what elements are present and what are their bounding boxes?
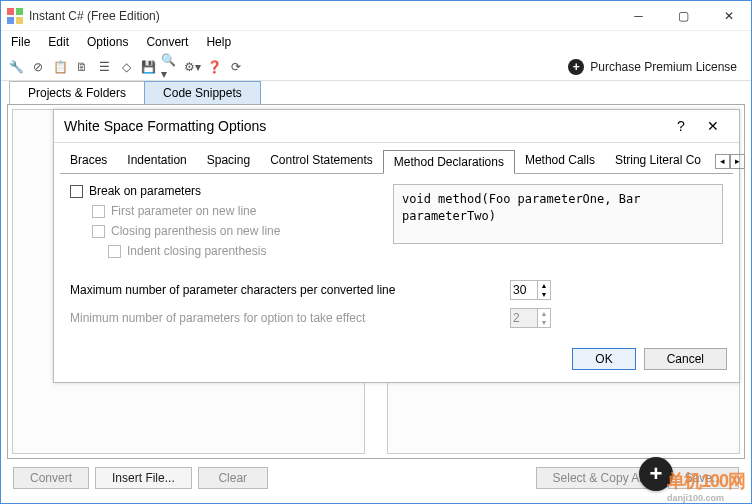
help-icon[interactable]: ❓ (205, 58, 223, 76)
maximize-button[interactable]: ▢ (661, 1, 706, 31)
refresh-icon[interactable]: ⟳ (227, 58, 245, 76)
menu-options[interactable]: Options (87, 35, 128, 49)
first-parameter-label: First parameter on new line (111, 204, 256, 218)
menu-help[interactable]: Help (206, 35, 231, 49)
tab-braces[interactable]: Braces (60, 149, 117, 173)
purchase-link[interactable]: + Purchase Premium License (568, 59, 745, 75)
eraser-icon[interactable]: ◇ (117, 58, 135, 76)
svg-rect-3 (16, 17, 23, 24)
chevron-up-icon[interactable]: ▲ (538, 281, 550, 290)
tab-string-literal[interactable]: String Literal Co (605, 149, 711, 173)
save-icon[interactable]: 💾 (139, 58, 157, 76)
clipboard-icon[interactable]: 📋 (51, 58, 69, 76)
svg-rect-0 (7, 8, 14, 15)
max-chars-label: Maximum number of parameter characters p… (70, 283, 510, 297)
max-chars-spinner[interactable]: ▲▼ (510, 280, 551, 300)
clear-button[interactable]: Clear (198, 467, 268, 489)
document-icon[interactable]: 🗎 (73, 58, 91, 76)
formatting-dialog: White Space Formatting Options ? ✕ Brace… (53, 109, 740, 383)
chevron-up-icon: ▲ (538, 309, 550, 318)
min-params-spinner: ▲▼ (510, 308, 551, 328)
tab-indentation[interactable]: Indentation (117, 149, 196, 173)
indent-closing-checkbox (108, 245, 121, 258)
break-on-parameters-label: Break on parameters (89, 184, 201, 198)
ok-button[interactable]: OK (572, 348, 635, 370)
tab-control-statements[interactable]: Control Statements (260, 149, 383, 173)
chevron-down-icon: ▼ (538, 318, 550, 327)
first-parameter-checkbox (92, 205, 105, 218)
break-on-parameters-checkbox[interactable] (70, 185, 83, 198)
svg-rect-2 (7, 17, 14, 24)
min-params-label: Minimum number of parameters for option … (70, 311, 510, 325)
plus-icon: + (568, 59, 584, 75)
tab-code-snippets[interactable]: Code Snippets (144, 81, 261, 104)
closing-paren-checkbox (92, 225, 105, 238)
tab-projects-folders[interactable]: Projects & Folders (9, 81, 145, 104)
dialog-close-button[interactable]: ✕ (697, 118, 729, 134)
cancel-button[interactable]: Cancel (644, 348, 727, 370)
menu-convert[interactable]: Convert (146, 35, 188, 49)
gear-icon[interactable]: ⚙▾ (183, 58, 201, 76)
convert-button[interactable]: Convert (13, 467, 89, 489)
closing-paren-label: Closing parenthesis on new line (111, 224, 280, 238)
insert-file-button[interactable]: Insert File... (95, 467, 192, 489)
menu-edit[interactable]: Edit (48, 35, 69, 49)
search-icon[interactable]: 🔍▾ (161, 58, 179, 76)
minimize-button[interactable]: ─ (616, 1, 661, 31)
watermark: 单机100网 danji100.com (667, 469, 745, 503)
dialog-title: White Space Formatting Options (64, 118, 665, 134)
list-icon[interactable]: ☰ (95, 58, 113, 76)
app-logo (7, 8, 23, 24)
menu-file[interactable]: File (11, 35, 30, 49)
chevron-down-icon[interactable]: ▼ (538, 290, 550, 299)
dialog-help-button[interactable]: ? (665, 118, 697, 134)
tab-spacing[interactable]: Spacing (197, 149, 260, 173)
tab-method-declarations[interactable]: Method Declarations (383, 150, 515, 174)
wrench-icon[interactable]: 🔧 (7, 58, 25, 76)
indent-closing-label: Indent closing parenthesis (127, 244, 266, 258)
window-title: Instant C# (Free Edition) (29, 9, 616, 23)
close-button[interactable]: ✕ (706, 1, 751, 31)
tab-method-calls[interactable]: Method Calls (515, 149, 605, 173)
preview-box: void method(Foo parameterOne, Bar parame… (393, 184, 723, 244)
cancel-icon[interactable]: ⊘ (29, 58, 47, 76)
purchase-label: Purchase Premium License (590, 60, 737, 74)
tab-scroll-right[interactable]: ▸ (730, 154, 745, 169)
max-chars-input[interactable] (511, 281, 537, 299)
svg-rect-1 (16, 8, 23, 15)
min-params-input (511, 309, 537, 327)
tab-scroll-left[interactable]: ◂ (715, 154, 730, 169)
